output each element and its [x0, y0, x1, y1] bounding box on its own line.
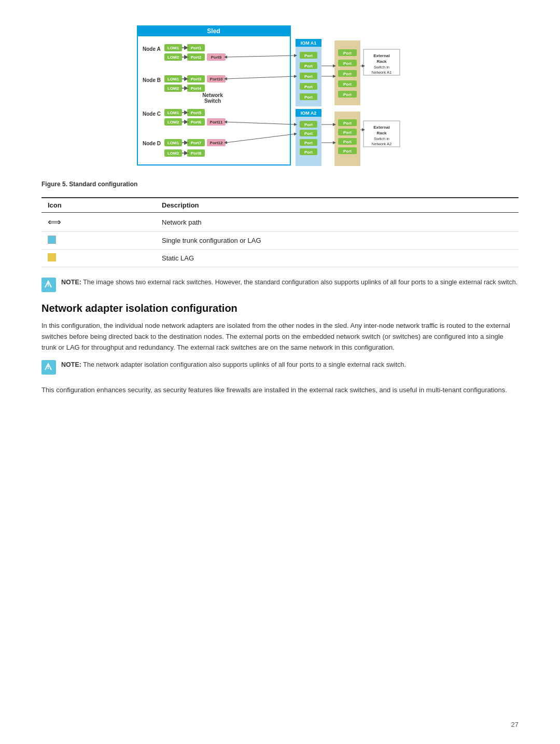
body-text-2: This configuration enhances security, as…: [41, 385, 519, 396]
note-1-icon: [41, 278, 56, 292]
figure-caption: Figure 5. Standard configuration: [41, 181, 519, 188]
diagram-wrapper: Sled Node A LOM1 Port1 LOM2 Port2 Port9 …: [41, 21, 519, 171]
svg-line-105: [226, 122, 296, 125]
svg-text:Port: Port: [343, 130, 352, 135]
svg-text:Port4: Port4: [191, 86, 202, 91]
svg-text:Port: Port: [343, 51, 352, 56]
svg-text:Switch: Switch: [204, 98, 221, 104]
note-2: NOTE: The network adapter isolation conf…: [41, 360, 519, 375]
legend-icon-arrow: ⟺: [41, 213, 156, 232]
body-text-1: In this configuration, the individual no…: [41, 321, 519, 353]
svg-text:Port: Port: [304, 85, 313, 89]
svg-text:LOM1: LOM1: [167, 141, 179, 145]
node-a-label: Node A: [143, 46, 161, 52]
svg-text:Port12: Port12: [210, 141, 223, 145]
svg-text:→: →: [185, 85, 190, 91]
svg-rect-122: [48, 283, 49, 285]
svg-text:Port2: Port2: [191, 55, 202, 60]
node-c-label: Node C: [143, 111, 161, 117]
svg-text:Port: Port: [343, 72, 352, 76]
note-1-text: NOTE: The image shows two external rack …: [61, 278, 517, 287]
svg-text:→: →: [185, 45, 190, 50]
svg-rect-124: [48, 366, 49, 367]
svg-text:Port: Port: [304, 64, 313, 68]
svg-text:→: →: [185, 54, 190, 60]
node-d-label: Node D: [143, 141, 161, 146]
svg-text:Port: Port: [343, 82, 352, 87]
svg-text:Port: Port: [304, 122, 313, 127]
svg-text:→: →: [185, 140, 190, 145]
legend-col-icon: Icon: [41, 198, 156, 213]
svg-text:External: External: [373, 53, 390, 58]
svg-text:Port: Port: [343, 149, 352, 154]
svg-text:Port: Port: [343, 61, 352, 66]
network-diagram: Sled Node A LOM1 Port1 LOM2 Port2 Port9 …: [132, 21, 428, 171]
legend-desc-3: Static LAG: [156, 250, 519, 267]
svg-rect-121: [48, 285, 49, 286]
svg-text:Network A1: Network A1: [372, 70, 391, 75]
sled-label: Sled: [207, 27, 220, 35]
svg-text:Port: Port: [304, 131, 313, 136]
svg-text:Port7: Port7: [191, 141, 202, 145]
note-2-text: NOTE: The network adapter isolation conf…: [61, 360, 406, 370]
svg-line-103: [226, 56, 296, 57]
svg-text:Rack: Rack: [376, 131, 387, 135]
legend-table: Icon Description ⟺ Network path Single t…: [41, 197, 519, 267]
note-1: NOTE: The image shows two external rack …: [41, 278, 519, 292]
svg-text:LOM1: LOM1: [167, 77, 179, 81]
svg-text:LOM2: LOM2: [167, 120, 179, 125]
legend-desc-1: Network path: [156, 213, 519, 232]
iom-a2-label: IOM A2: [301, 111, 317, 116]
svg-text:Port3: Port3: [191, 77, 202, 81]
svg-text:Port5: Port5: [191, 111, 202, 115]
legend-icon-yellow: [41, 250, 156, 267]
legend-row-1: ⟺ Network path: [41, 213, 519, 232]
svg-text:LOM1: LOM1: [167, 46, 179, 50]
section-heading: Network adapter isolation configuration: [41, 302, 519, 314]
node-b-label: Node B: [143, 77, 161, 83]
legend-row-2: Single trunk configuration or LAG: [41, 232, 519, 250]
svg-text:Port: Port: [304, 74, 313, 79]
svg-text:Port: Port: [304, 53, 313, 58]
legend-row-3: Static LAG: [41, 250, 519, 267]
svg-text:Port11: Port11: [210, 120, 223, 125]
iom-a1-label: IOM A1: [301, 40, 317, 46]
legend-desc-2: Single trunk configuration or LAG: [156, 232, 519, 250]
svg-text:Port1: Port1: [191, 46, 202, 50]
svg-text:→: →: [185, 150, 190, 156]
svg-line-106: [226, 134, 296, 143]
svg-text:Port9: Port9: [211, 55, 222, 60]
svg-text:Port: Port: [304, 150, 313, 155]
svg-text:→: →: [185, 119, 190, 125]
legend-icon-blue: [41, 232, 156, 250]
svg-text:Switch in: Switch in: [374, 65, 389, 70]
svg-text:LOM1: LOM1: [167, 111, 179, 115]
network-switch-label: Network: [202, 92, 223, 98]
svg-text:Switch in: Switch in: [374, 136, 389, 141]
svg-text:Port: Port: [343, 92, 352, 97]
note-2-icon: [41, 360, 56, 375]
svg-text:Port: Port: [343, 121, 352, 126]
svg-text:LOM2: LOM2: [167, 86, 179, 91]
svg-text:Network A2: Network A2: [372, 142, 391, 146]
svg-rect-123: [48, 368, 49, 369]
svg-text:LOM2: LOM2: [167, 151, 179, 156]
svg-text:External: External: [373, 125, 390, 130]
svg-text:LOM2: LOM2: [167, 55, 179, 60]
page-number: 27: [511, 721, 519, 728]
svg-text:Port6: Port6: [191, 120, 202, 125]
svg-text:Rack: Rack: [376, 59, 387, 64]
svg-text:Port: Port: [304, 141, 313, 145]
legend-col-description: Description: [156, 198, 519, 213]
svg-line-104: [226, 76, 296, 79]
svg-text:→: →: [185, 109, 190, 115]
svg-text:Port: Port: [343, 140, 352, 144]
svg-text:Port10: Port10: [210, 77, 223, 81]
svg-text:Port8: Port8: [191, 151, 202, 156]
svg-text:→: →: [185, 76, 190, 81]
svg-text:Port: Port: [304, 95, 313, 100]
